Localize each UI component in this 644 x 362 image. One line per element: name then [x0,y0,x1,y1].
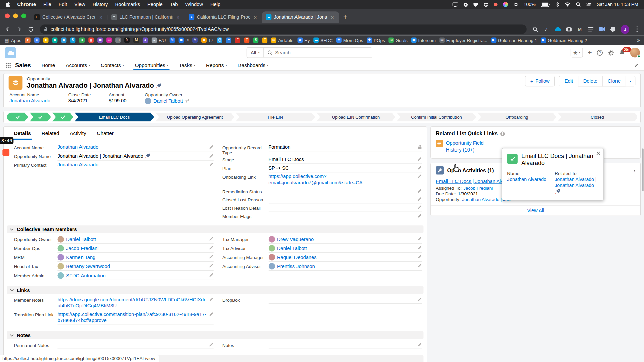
edit-pencil-icon[interactable] [417,236,422,241]
activity-field-link[interactable]: Jacob Frediani [463,186,493,191]
browser-tab[interactable]: ≡LLC Formation | California Sec× [108,11,185,23]
setup-gear-icon[interactable] [608,50,614,56]
path-stage-email-llc-docs[interactable]: Email LLC Docs [75,113,154,122]
owner-link[interactable]: Daniel Talbott [153,98,183,104]
menu-help[interactable]: Help [210,2,220,7]
user-link[interactable]: Prentiss Johnson [277,263,315,269]
tab-related[interactable]: Related [42,127,59,140]
edit-pencil-icon[interactable] [209,144,213,149]
search-scope-dropdown[interactable]: All ▾ [247,48,264,57]
bookmark-icon-20[interactable]: @ [217,37,222,43]
edit-pencil-icon[interactable] [209,263,213,268]
tab-activity[interactable]: Activity [70,127,86,140]
menu-history[interactable]: History [93,2,108,7]
menu-clock[interactable]: Sat Jan 16 1:53 PM [597,2,638,7]
bookmark-pops[interactable]: ✚POps [367,37,385,43]
minimize-window-button[interactable] [13,13,18,18]
more-actions-button[interactable]: ▾ [626,76,635,87]
edit-pencil-icon[interactable] [417,342,422,347]
help-icon[interactable]: ? [597,50,603,56]
change-owner-icon[interactable] [185,99,190,103]
extensions-puzzle-icon[interactable] [609,26,616,33]
bookmark-mem-ops[interactable]: ✚Mem Ops [336,37,363,43]
user-link[interactable]: Karmen Tang [66,254,95,260]
edit-pencil-icon[interactable] [209,272,213,277]
bookmark-f-u[interactable]: ≡F/U [152,37,166,43]
bookmark-icon-1[interactable]: ➤ [25,37,31,43]
edit-pencil-icon[interactable] [417,245,422,250]
bookmark-icon-3[interactable]: ▮ [43,37,49,43]
user-link[interactable]: Daniel Talbott [66,236,96,242]
bookmark-icon-11[interactable]: ▢ [115,37,121,43]
bookmark-apps[interactable]: ▦Apps [4,37,21,43]
clone-button[interactable]: Clone [602,76,626,87]
path-stage-complete-1[interactable] [7,113,29,122]
wifi-icon[interactable] [564,2,570,7]
z-extension-icon[interactable]: Z [543,26,550,33]
bookmark-icon-6[interactable]: S [70,37,75,43]
browser-profile-avatar[interactable]: J [621,25,629,34]
close-window-button[interactable] [5,13,10,18]
edit-pencil-icon[interactable] [417,254,422,259]
menu-view[interactable]: View [74,2,85,7]
edit-pencil-icon[interactable] [417,188,422,193]
path-stage-closed[interactable]: Closed [558,113,637,122]
bluetooth-icon[interactable] [556,2,559,7]
menu-edit[interactable]: Edit [59,2,67,7]
battery-icon[interactable] [541,2,550,7]
apple-menu-icon[interactable] [6,2,11,7]
user-link[interactable]: SFDC Automation [66,272,106,278]
bookmark-icon-14[interactable]: ▲ [143,37,148,43]
edit-pencil-icon[interactable] [209,153,213,158]
favorites-control[interactable]: ★ ▾ [571,48,583,57]
path-stage-complete-2[interactable] [30,113,51,122]
bookmark-icon-21[interactable]: ⚑ [226,37,231,43]
salesforce-logo[interactable] [5,47,16,58]
browser-tab[interactable]: ●California LLC Filing Procedure× [185,11,262,23]
bookmark-hy[interactable]: ▰Hy [297,37,310,43]
spotlight-icon[interactable] [576,2,581,7]
video-extension-icon[interactable] [598,26,605,33]
user-link[interactable]: Daniel Talbott [277,245,307,251]
bookmarks-overflow-icon[interactable]: » [637,37,640,43]
edit-pencil-icon[interactable] [417,205,422,210]
bookmark-icon-9[interactable]: ▣ [97,37,103,43]
screenshot-extension-icon[interactable] [565,26,572,33]
bookmark-icon-8[interactable]: g [88,37,94,43]
edit-pencil-icon[interactable] [417,263,422,268]
heart-icon[interactable] [473,2,478,7]
bookmark-17[interactable]: ◆17 [201,37,213,43]
menu-chrome[interactable]: Chrome [17,2,36,7]
m-extension-icon[interactable]: M [576,26,583,33]
global-search-input[interactable] [275,50,372,55]
app-status-icon[interactable] [463,2,468,7]
section-header-collective-team-members[interactable]: Collective Team Members [7,225,424,233]
user-link[interactable]: Drew Vaquerano [277,236,314,242]
user-link[interactable]: Raquel Deodanes [277,254,317,260]
path-stage-file-ein[interactable]: File EIN [236,113,315,122]
bookmark-icon-16[interactable]: M [169,37,175,43]
bookmark-goldman-hearing-1[interactable]: ▶Goldman Hearing 1 [491,37,537,43]
menu-tab[interactable]: Tab [170,2,178,7]
browser-tab[interactable]: ☁Jonathan Alvarado | Jonathan A× [262,11,339,23]
dropbox-icon[interactable] [483,2,488,7]
bookmark-icon-10[interactable]: ◎ [106,37,112,43]
tab-close-icon[interactable]: × [329,14,335,20]
notifications-bell-icon[interactable]: 20+ [619,50,625,56]
tab-close-icon[interactable]: × [175,14,181,20]
section-header-links[interactable]: Links [7,286,424,294]
path-stage-upload-ein-confirmation[interactable]: Upload EIN Confirmation [316,113,395,122]
section-header-notes[interactable]: Notes [7,331,424,339]
field-link[interactable]: https://docs.google.com/document/d/1iRTJ… [57,297,205,309]
tab-close-icon[interactable]: × [98,14,104,20]
edit-pencil-icon[interactable] [417,213,422,218]
bookmark-icon-23[interactable]: E [244,37,250,43]
nav-item-accounts[interactable]: Accounts▾ [66,60,90,70]
user-link[interactable]: Jacob Frediani [66,245,98,251]
bookmark-icon-5[interactable]: ◆ [61,37,67,43]
bookmark-intercom[interactable]: ▣Intercom [411,37,436,43]
menu-bookmarks[interactable]: Bookmarks [115,2,140,7]
edit-pencil-icon[interactable] [417,174,422,179]
scrollbar[interactable] [642,148,644,191]
bookmark-goals[interactable]: ◎Goals [389,37,408,43]
